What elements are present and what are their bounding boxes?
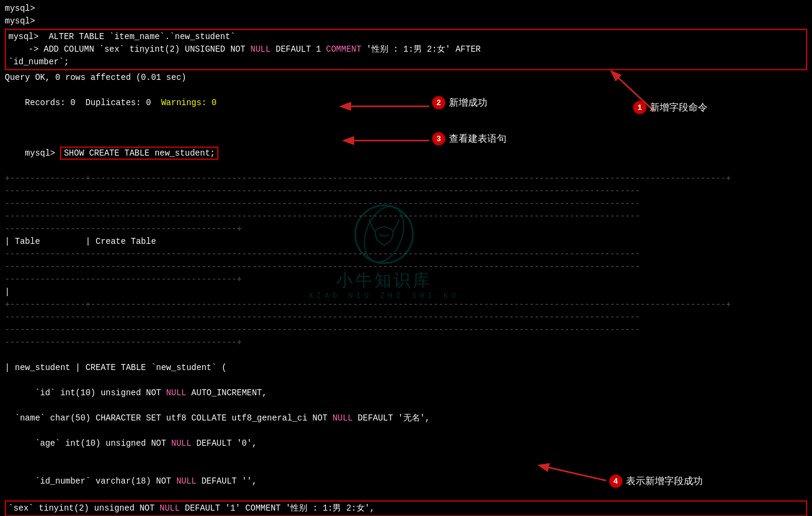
terminal-line: `id_number`; (8, 56, 804, 68)
blank-line (5, 349, 807, 362)
separator-line: ----------------------------------------… (5, 324, 807, 336)
records-line: Records: 0 Duplicates: 0 Warnings: 0 (5, 84, 807, 122)
sex-line: `sex` tinyint(2) unsigned NOT NULL DEFAU… (5, 500, 807, 516)
separator-line: ----------------------------------------… (5, 261, 807, 273)
separator-line: ----------------------------------------… (5, 248, 807, 261)
blank-line (5, 122, 807, 135)
terminal-line: | (5, 286, 807, 299)
terminal-line: -> ADD COLUMN `sex` tinyint(2) UNSIGNED … (8, 43, 804, 56)
separator-line: +---------------+-----------------------… (5, 299, 807, 311)
table-data-line: `age` int(10) unsigned NOT NULL DEFAULT … (5, 425, 807, 463)
separator-line: ----------------------------------------… (5, 198, 807, 210)
table-data-line: `id` int(10) unsigned NOT NULL AUTO_INCR… (5, 374, 807, 412)
show-create-line: mysql> SHOW CREATE TABLE new_student; (5, 135, 807, 172)
separator-line: ----------------------------------------… (5, 273, 807, 286)
terminal-line: mysql> ALTER TABLE `item_name`.`new_stud… (8, 31, 804, 43)
separator-line: ----------------------------------------… (5, 311, 807, 324)
separator-line: ----------------------------------------… (5, 185, 807, 198)
terminal-line: Query OK, 0 rows affected (0.01 sec) (5, 71, 807, 84)
separator-line: ----------------------------------------… (5, 210, 807, 223)
table-header-line: | Table | Create Table (5, 235, 807, 248)
terminal: mysql> mysql> mysql> ALTER TABLE `item_n… (0, 0, 812, 516)
table-data-line: `name` char(50) CHARACTER SET utf8 COLLA… (5, 412, 807, 425)
command-box: mysql> ALTER TABLE `item_name`.`new_stud… (5, 29, 807, 70)
separator-line: +---------------+-----------------------… (5, 172, 807, 185)
separator-line: ----------------------------------------… (5, 336, 807, 349)
table-data-line: `id_number` varchar(18) NOT NULL DEFAULT… (5, 463, 807, 500)
terminal-line: mysql> (5, 2, 807, 15)
terminal-line: mysql> (5, 15, 807, 28)
table-data-line: | new_student | CREATE TABLE `new_studen… (5, 362, 807, 374)
separator-line: ----------------------------------------… (5, 223, 807, 235)
